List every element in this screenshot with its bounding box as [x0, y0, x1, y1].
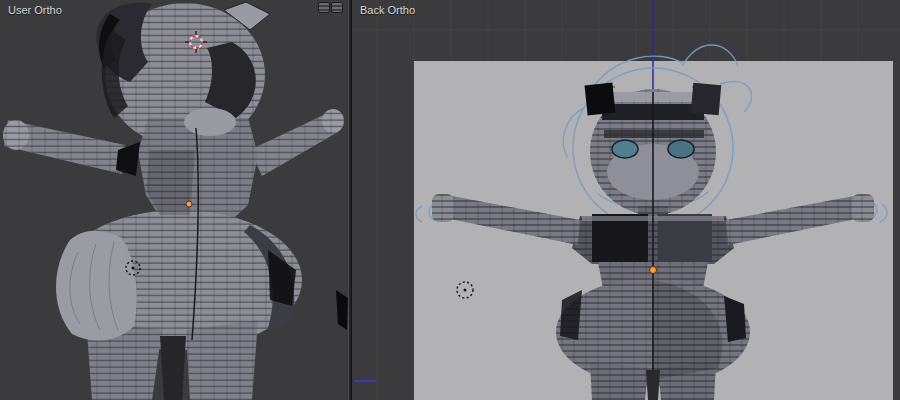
character-model-left[interactable]	[0, 0, 348, 400]
viewport-splitter[interactable]	[348, 0, 352, 400]
viewport-canvas-right[interactable]	[352, 0, 900, 400]
object-origin-icon	[650, 267, 657, 274]
viewport-corner-widget[interactable]	[331, 2, 343, 13]
viewport-corner-widget[interactable]	[318, 2, 330, 13]
viewport-user-ortho[interactable]: User Ortho	[0, 0, 348, 400]
viewport-back-ortho[interactable]: Back Ortho	[352, 0, 900, 400]
viewport-label-right: Back Ortho	[360, 4, 415, 16]
viewport-label-left: User Ortho	[8, 4, 62, 16]
object-origin-icon	[186, 201, 192, 207]
viewport-canvas-left[interactable]	[0, 0, 348, 400]
blender-3d-viewport-window: User Ortho	[0, 0, 900, 400]
